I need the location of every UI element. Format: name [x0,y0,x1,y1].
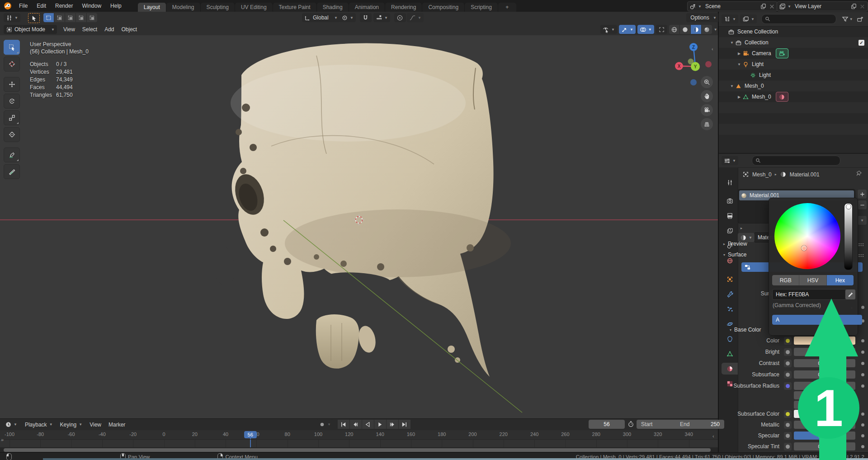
keyframe-dot-metallic[interactable] [861,423,864,427]
keyframe-dot-subsurface-color[interactable] [861,413,864,416]
active-tool-button[interactable] [28,13,40,23]
overlays-toggle[interactable]: ▼ [637,25,654,34]
add-slot-button[interactable] [857,189,867,199]
prop-field-subsurface-radius-2[interactable] [794,401,855,409]
disclosure-right-icon[interactable]: ▶ [736,52,742,56]
viewport-menu-select[interactable]: Select [79,24,101,34]
close-icon[interactable] [769,3,775,10]
keyframe-dot-specular[interactable] [861,434,864,437]
tool-cursor-button[interactable] [4,57,20,71]
shading-solid-button[interactable] [680,25,691,34]
current-frame-field[interactable]: 56 [589,420,625,429]
gizmos-toggle[interactable]: ▼ [619,25,636,34]
outliner-editor-dropdown[interactable]: ▼ [722,14,738,24]
properties-tab-particles[interactable] [722,303,738,315]
jump-to-start-button[interactable] [338,420,350,429]
workspace-tab-compositing[interactable]: Compositing [422,3,465,12]
tool-rotate-button[interactable] [4,94,20,109]
previous-keyframe-button[interactable] [350,420,362,429]
outliner-search-input[interactable] [761,14,836,24]
properties-tab-object[interactable] [722,273,738,285]
keyframe-dot-color[interactable] [861,339,864,342]
color-wheel-cursor[interactable] [802,246,807,251]
prop-field-bright[interactable]: 0.000 [794,348,855,356]
workspace-tab-uv-editing[interactable]: UV Editing [235,3,273,12]
topbar-menu-file[interactable]: File [14,0,32,12]
workspace-tab-texture-paint[interactable]: Texture Paint [273,3,317,12]
copy-icon[interactable] [850,3,857,10]
panel-surface-header[interactable]: ▾ Surface [723,251,746,258]
workspace-tab-scripting[interactable]: Scripting [465,3,498,12]
decorator-subsurface[interactable] [784,371,792,379]
select-mode-extend-button[interactable] [54,13,65,22]
zoom-button[interactable] [701,76,713,88]
properties-search-input[interactable] [752,156,840,166]
tool-select-box-button[interactable] [4,40,20,55]
viewport-menu-view[interactable]: View [60,24,79,34]
prop-field-color[interactable] [794,337,855,345]
properties-tab-view-layer[interactable] [722,225,738,237]
topbar-menu-window[interactable]: Window [77,0,106,12]
topbar-menu-help[interactable]: Help [106,0,126,12]
prop-field-subsurface-radius-0[interactable]: 1.00 [794,382,855,390]
workspace-tab-shading[interactable]: Shading [317,3,349,12]
keyframe-dot-contrast[interactable] [861,362,864,365]
badge-material[interactable] [776,92,788,102]
prop-field-specular-tint[interactable]: 0.000 [794,442,855,451]
viewport-menu-object[interactable]: Object [118,24,141,34]
picker-tab-rgb[interactable]: RGB [772,275,799,285]
breadcrumb-object[interactable]: Mesh_0 [752,171,772,178]
timeline-scrollbar[interactable] [4,448,711,452]
decorator-bright[interactable] [784,348,792,356]
timeline-expand-arrow[interactable]: » [1,437,4,442]
timeline-collapse-arrow[interactable]: ‹ [712,433,714,439]
options-dropdown[interactable]: Options ▼ [686,13,719,22]
decorator-contrast[interactable] [784,360,792,367]
panel-base-color-header[interactable]: ▾ Base Color [730,327,761,333]
properties-tab-output[interactable] [722,210,738,222]
tool-move-button[interactable] [4,77,20,92]
prop-field-contrast[interactable]: 0.000 [794,359,855,367]
shading-wireframe-button[interactable] [669,25,680,34]
tool-annotate-button[interactable] [4,147,20,162]
shading-rendered-button[interactable] [702,25,712,34]
select-mode-intersect-button[interactable] [87,13,97,22]
disclosure-down-icon[interactable]: ▼ [736,62,742,66]
properties-tab-render[interactable] [722,195,738,207]
checkbox-checked[interactable]: ✓ [859,40,864,46]
timeline-menu-marker[interactable]: Marker [105,420,129,430]
outliner-display-mode-dropdown[interactable]: ▼ [740,14,757,24]
view-layer-name[interactable]: View Layer [793,3,849,9]
topbar-menu-render[interactable]: Render [51,0,77,12]
outliner-row-light[interactable]: ▼Light [719,59,868,70]
picker-tab-hex[interactable]: Hex [827,275,854,285]
outliner-row-mesh-0[interactable]: ▼Mesh_0 [719,81,868,91]
xray-toggle[interactable] [656,25,667,34]
view-layer-selector[interactable]: ▼ View Layer [777,1,868,11]
timeline-menu-view[interactable]: View [86,420,105,430]
timeline-menu-keying[interactable]: Keying▼ [57,420,86,430]
current-frame-marker[interactable]: 56 [244,431,257,438]
slot-specials-button[interactable]: ▼ [857,215,867,225]
scene-selector[interactable]: ▼ Scene [687,1,778,11]
auto-keying-button[interactable]: ▼ [316,420,333,429]
value-slider[interactable] [844,203,853,270]
falloff-dropdown[interactable]: ▼ [407,13,424,22]
new-collection-icon[interactable] [857,16,863,23]
play-button[interactable] [374,420,387,429]
blender-logo-icon[interactable] [4,2,12,10]
select-mode-invert-button[interactable] [76,13,87,22]
workspace-tab-rendering[interactable]: Rendering [385,3,422,12]
tool-settings-editor-button[interactable]: ▼ [4,13,20,22]
prop-field-subsurface-color[interactable] [794,410,855,418]
topbar-menu-edit[interactable]: Edit [32,0,51,12]
alpha-slider[interactable]: A 1 [772,315,862,325]
filter-icon[interactable] [842,16,849,23]
value-slider-handle[interactable] [846,204,851,209]
transform-orientation-dropdown[interactable]: Global ▼ [302,13,340,22]
outliner-row-light[interactable]: Light [719,70,868,81]
decorator-subsurface-color[interactable] [784,410,792,418]
breadcrumb-material[interactable]: Material.001 [790,171,820,178]
timeline-editor-dropdown[interactable]: ▼ [3,420,19,429]
perspective-toggle-button[interactable] [701,118,713,130]
